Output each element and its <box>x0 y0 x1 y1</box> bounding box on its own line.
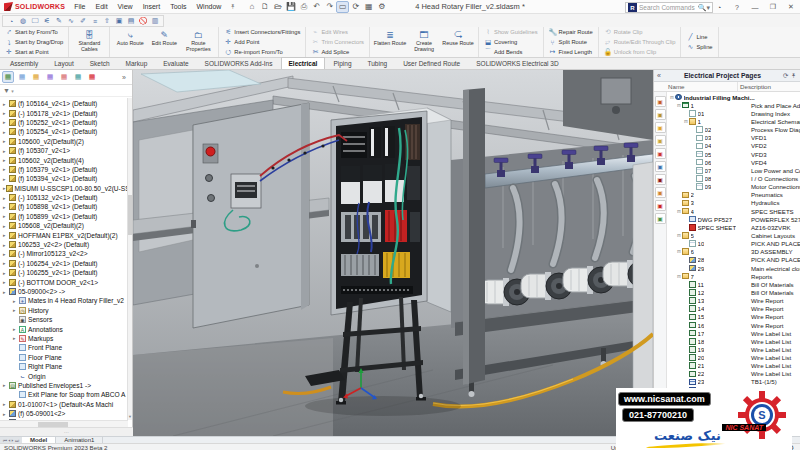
location-icon[interactable]: ◍ <box>17 16 29 26</box>
align-icon[interactable]: ≡ <box>89 16 101 26</box>
project-page-row[interactable]: ⊟1Electrical Schematics <box>667 117 800 125</box>
project-page-row[interactable]: 09Motor Connections <box>667 183 800 191</box>
print-icon[interactable]: ⎙ <box>297 1 310 13</box>
tree-item[interactable]: ▸(f) 105254_v2<1> (Default) <box>0 127 127 136</box>
tab-tubing[interactable]: Tubing <box>360 57 396 69</box>
project-page-row[interactable]: ⊟7Reports <box>667 272 800 280</box>
project-page-row[interactable]: 16Wire Report <box>667 321 800 329</box>
feature-tree-filter[interactable]: ▼ ▾ <box>0 85 132 97</box>
project-page-row[interactable]: SPEC SHEETAZ16-03ZVRK <box>667 223 800 231</box>
configurationmanager-icon[interactable]: ▦ <box>30 71 42 83</box>
tree-item[interactable]: Front Plane <box>0 343 127 352</box>
electrical-icon[interactable]: ▣ <box>655 200 666 211</box>
project-page-row[interactable]: DWG PF527POWERFLEX 527 <box>667 215 800 223</box>
menu-window[interactable]: Window <box>191 1 226 12</box>
tree-item[interactable]: ▸(f) 05-09001<2> <box>0 409 127 418</box>
tree-item[interactable]: ▸(f) 105899_v2<1> (Default) <box>0 212 127 221</box>
tree-item[interactable]: ▸(f) 105164_v2<1> (Default) <box>0 99 127 108</box>
help-icon[interactable]: ? <box>728 0 746 14</box>
project-page-row[interactable]: 07Low Power and Commo... <box>667 166 800 174</box>
ribbon-button-covering[interactable]: ⬓Covering <box>482 38 540 47</box>
appearances-icon[interactable]: ▣ <box>655 148 666 159</box>
edit-wire-icon[interactable]: ✐ <box>77 16 89 26</box>
tree-item[interactable]: ▸(-) 105178_v2<1> (Default) <box>0 108 127 117</box>
file-explorer-icon[interactable]: ▣ <box>655 122 666 133</box>
ribbon-button-edit-route[interactable]: ✎Edit Route <box>147 28 181 56</box>
open-icon[interactable]: 🗁 <box>271 1 284 13</box>
disable-icon[interactable]: 🚫 <box>137 16 149 26</box>
more-tabs-icon[interactable]: » <box>122 74 126 81</box>
project-page-row[interactable]: 28PICK AND PLACE ADD-O... <box>667 256 800 264</box>
ribbon-button-split-route[interactable]: ⑂Split Route <box>547 38 595 47</box>
din-rail-icon[interactable]: ▥ <box>149 16 161 26</box>
tab-solidworks-add-ins[interactable]: SOLIDWORKS Add-Ins <box>197 57 281 69</box>
tree-item[interactable]: ▸106253_v2<2> (Default) <box>0 240 127 249</box>
project-page-row[interactable]: 02Process Flow Diagram <box>667 126 800 134</box>
minimize-icon[interactable]: — <box>746 0 764 14</box>
project-page-row[interactable]: ⊟5Cabinet Layouts <box>667 231 800 239</box>
project-page-row[interactable]: 12Bill Of Materials <box>667 288 800 296</box>
tree-item[interactable]: ▸AAnnotations <box>0 324 127 333</box>
project-page-row[interactable]: 2Pneumatics <box>667 191 800 199</box>
tree-item[interactable]: Exit Plane for Soap from ABCO A <box>0 390 127 399</box>
project-page-row[interactable]: 19Wire Label List <box>667 345 800 353</box>
tree-item[interactable]: ▸05-09000<2> -> <box>0 287 127 296</box>
tree-item[interactable]: ▸(-) 106254_v2<1> (Default) <box>0 259 127 268</box>
tab-sketch[interactable]: Sketch <box>82 57 118 69</box>
project-page-row[interactable]: 17Wire Label List <box>667 329 800 337</box>
design-library-icon[interactable]: ▣ <box>655 109 666 120</box>
route-cables-icon[interactable]: ∿ <box>65 16 77 26</box>
project-page-row[interactable]: 05VFD3 <box>667 150 800 158</box>
tree-item[interactable]: ▸(-) Mirror105123_v2<2> <box>0 249 127 258</box>
project-page-row[interactable]: 15Wire Report <box>667 313 800 321</box>
tab-solidworks-electrical-3d[interactable]: SOLIDWORKS Electrical 3D <box>468 57 566 69</box>
tree-item[interactable]: ⌙Origin <box>0 371 127 380</box>
column-description[interactable]: Description <box>738 82 800 91</box>
tree-item[interactable]: ▸01-01007<1> (Default<As Machi <box>0 400 127 409</box>
project-page-row[interactable]: ⊟Industrial Filling Machi... <box>667 93 800 101</box>
project-page-row[interactable]: 22Wire Label List <box>667 370 800 378</box>
close-icon[interactable]: ✕ <box>782 0 800 14</box>
menu-file[interactable]: File <box>69 1 90 12</box>
tab-layout[interactable]: Layout <box>46 57 82 69</box>
tree-item[interactable]: ▸(f) 105307_v2<1> <box>0 146 127 155</box>
project-page-row[interactable]: 04VFD2 <box>667 142 800 150</box>
tree-item[interactable]: ▸105600_v2(Default)(2) <box>0 137 127 146</box>
tab-user-defined-route[interactable]: User Defined Route <box>395 57 468 69</box>
scrollbar-thumb[interactable] <box>128 195 132 235</box>
ribbon-button-route-properties[interactable]: 🗀Route Properties <box>181 28 215 56</box>
ribbon-button-reuse-route[interactable]: ⮎Reuse Route <box>441 28 475 56</box>
tab-markup[interactable]: Markup <box>118 57 156 69</box>
ribbon-button-create-drawing[interactable]: 🗔Create Drawing <box>407 28 441 56</box>
tab-assembly[interactable]: Assembly <box>2 57 46 69</box>
electrical-manager-icon[interactable]: ◔ <box>5 16 17 26</box>
displaymanager-icon[interactable]: ▦ <box>58 71 70 83</box>
tree-item[interactable]: ▸⌖Mates in 4 Head Rotary Filler_v2 <box>0 296 127 305</box>
tree-item[interactable]: ▸✎Markups <box>0 334 127 343</box>
tree-item[interactable]: ◉Sensors <box>0 315 127 324</box>
project-page-row[interactable]: 10PICK AND PLACE ADD-O... <box>667 240 800 248</box>
project-page-row[interactable]: 11Bill Of Materials <box>667 280 800 288</box>
project-page-row[interactable]: 01Drawing Index <box>667 109 800 117</box>
menu-edit[interactable]: Edit <box>91 1 113 12</box>
cabinet-layout-icon[interactable]: 🖵 <box>29 16 41 26</box>
cam-icon[interactable]: ▦ <box>72 71 84 83</box>
tab-evaluate[interactable]: Evaluate <box>155 57 196 69</box>
project-page-row[interactable]: 23TB1-(1/5) <box>667 378 800 386</box>
project-page-row[interactable]: 3Hydraulics <box>667 199 800 207</box>
tree-item[interactable]: ▸(f) 105379_v2<1> (Default) <box>0 165 127 174</box>
tree-item[interactable]: ▸HOFFMAN E1PBX_v2(Default)(2) <box>0 230 127 239</box>
menu-tools[interactable]: Tools <box>165 1 191 12</box>
ribbon-button-start-by-from-to[interactable]: ⤤Start by From/To <box>3 28 65 37</box>
tree-item[interactable]: ▸(-) BOTTOM DOOR_v2<1> <box>0 277 127 286</box>
electrical-tree-icon[interactable]: ▦ <box>86 71 98 83</box>
menu-insert[interactable]: Insert <box>138 1 166 12</box>
project-page-row[interactable]: 06VFD4 <box>667 158 800 166</box>
tree-item[interactable]: ▸MISUMI U-SSCSP1.00-80.50_v2(U-SSC <box>0 184 127 193</box>
custom-properties-icon[interactable]: ▣ <box>655 174 666 185</box>
ribbon-button-start-at-point[interactable]: ✛Start at Point <box>3 47 65 56</box>
update-icon[interactable]: ⇧ <box>101 16 113 26</box>
draw-wire-icon[interactable]: ✎ <box>53 16 65 26</box>
scroll-down-arrow[interactable]: ▼ <box>128 414 132 420</box>
project-page-row[interactable]: 29Main electrical closet <box>667 264 800 272</box>
